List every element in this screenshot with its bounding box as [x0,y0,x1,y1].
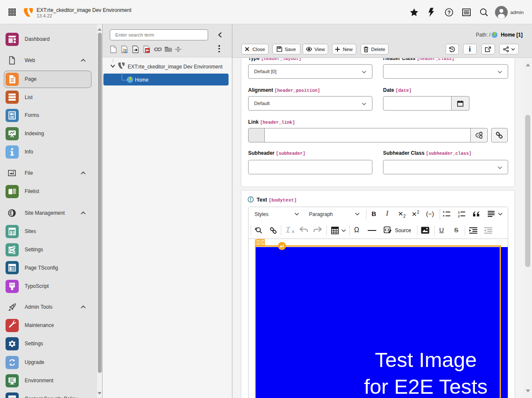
svg-text:2: 2 [458,214,460,218]
svg-text:?: ? [447,10,451,16]
svg-text:1: 1 [458,210,460,214]
